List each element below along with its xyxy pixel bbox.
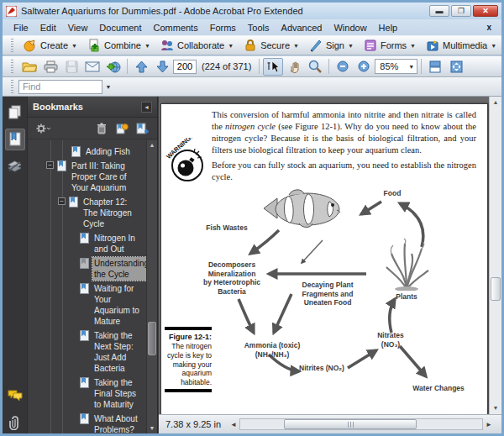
pen-icon: [309, 39, 323, 52]
menu-help[interactable]: Help: [373, 21, 404, 34]
paperclip-icon: [9, 416, 21, 430]
bookmarks-panel-button[interactable]: [5, 129, 25, 150]
comments-panel-button[interactable]: [5, 385, 25, 407]
bookmark-item-adding-fish[interactable]: Adding Fish: [28, 145, 145, 158]
pdf-page: This conversion of harmful ammonia into …: [160, 103, 488, 414]
scrolling-mode-button[interactable]: [425, 58, 445, 76]
set-destination-button[interactable]: [113, 120, 130, 137]
fullscreen-button[interactable]: [446, 58, 466, 76]
secure-button[interactable]: Secure▼: [239, 37, 304, 54]
collaborate-button[interactable]: Collaborate▼: [155, 37, 239, 54]
previous-page-button[interactable]: [131, 58, 151, 76]
chevron-down-icon: ▼: [144, 43, 150, 49]
bookmark-item-waiting-for-your-aquarium[interactable]: Waiting for Your Aquarium to Mature: [28, 282, 145, 328]
magnifier-icon: [308, 60, 322, 73]
chevron-down-icon: ▼: [71, 43, 77, 49]
scrollbar-thumb[interactable]: [491, 277, 501, 301]
menu-tools[interactable]: Tools: [242, 21, 276, 34]
find-input[interactable]: [18, 80, 102, 94]
envelope-icon: [85, 61, 100, 72]
menu-view[interactable]: View: [62, 21, 94, 34]
title-bar[interactable]: Saltwater Aquariums for Dummies.pdf - Ad…: [3, 3, 501, 19]
bookmark-item-chapter-12[interactable]: − Chapter 12: The Nitrogen Cycle: [28, 196, 145, 230]
find-options-dropdown[interactable]: ▼: [102, 80, 114, 94]
chevron-down-icon: ▼: [293, 43, 299, 49]
open-button[interactable]: [19, 58, 39, 76]
page-number-input[interactable]: [173, 60, 197, 74]
layers-panel-button[interactable]: [5, 155, 25, 177]
toolbar-grip[interactable]: [11, 60, 13, 73]
save-icon: [66, 60, 78, 73]
collapse-expander-icon[interactable]: −: [58, 197, 66, 205]
delete-bookmark-button[interactable]: [93, 120, 110, 137]
bookmarks-panel-header: Bookmarks ◂: [28, 97, 157, 118]
bookmark-item-what-about-problems[interactable]: What About Problems?: [28, 412, 145, 433]
collapse-panel-button[interactable]: ◂: [141, 102, 152, 113]
pages-panel-button[interactable]: [5, 102, 25, 123]
select-tool-button[interactable]: [263, 58, 283, 76]
close-button[interactable]: ✕: [473, 5, 498, 17]
menu-forms[interactable]: Forms: [204, 21, 242, 34]
multimedia-button[interactable]: Multimedia▼: [421, 37, 501, 54]
scroll-up-arrow[interactable]: ▲: [490, 97, 501, 108]
horizontal-scrollbar[interactable]: ◄ ►: [228, 418, 495, 431]
bookmarks-scrollbar[interactable]: ▲ ▼: [146, 140, 157, 433]
bookmark-item-understanding-the-cycle[interactable]: Understanding the Cycle: [28, 257, 145, 281]
scroll-right-arrow[interactable]: ►: [483, 421, 495, 428]
scrollbar-thumb[interactable]: [284, 419, 417, 429]
chevron-down-icon: ▼: [228, 43, 234, 49]
zoom-in-button[interactable]: [354, 58, 374, 76]
hand-icon: [288, 60, 301, 73]
document-close-x[interactable]: x: [481, 23, 496, 32]
scroll-left-arrow[interactable]: ◄: [228, 421, 239, 428]
bookmark-page-icon: [80, 377, 89, 388]
zoom-level-combo[interactable]: 85% ▼: [375, 59, 417, 74]
gear-icon: [36, 123, 50, 134]
diagram-label-decaying: Decaying Plant Fragments and Uneaten Foo…: [287, 281, 368, 307]
menu-document[interactable]: Document: [93, 21, 147, 34]
marquee-zoom-button[interactable]: [305, 58, 325, 76]
menu-window[interactable]: Window: [328, 21, 372, 34]
status-bar: 7.38 x 9.25 in ◄ ►: [159, 414, 501, 433]
vertical-scrollbar[interactable]: ▲ ▼: [489, 97, 501, 414]
menu-comments[interactable]: Comments: [148, 21, 204, 34]
menu-bar: File Edit View Document Comments Forms T…: [3, 19, 501, 35]
pdf-app-icon: [6, 6, 17, 17]
menu-file[interactable]: File: [8, 21, 34, 34]
save-button[interactable]: [61, 58, 81, 76]
print-button[interactable]: [40, 58, 60, 76]
email-button[interactable]: [82, 58, 102, 76]
bookmark-item-taking-the-next-step[interactable]: Taking the Next Step: Just Add Bacteria: [28, 329, 145, 375]
scroll-down-arrow[interactable]: ▼: [147, 423, 157, 433]
upload-document-button[interactable]: [103, 58, 123, 76]
bookmark-options-button[interactable]: [34, 120, 51, 137]
bookmark-item-part-iii[interactable]: − Part III: Taking Proper Care of Your A…: [28, 160, 145, 194]
zoom-out-button[interactable]: [333, 58, 353, 76]
scroll-up-arrow[interactable]: ▲: [147, 140, 157, 150]
scrollbar-thumb[interactable]: [148, 322, 156, 355]
menu-advanced[interactable]: Advanced: [276, 21, 328, 34]
hand-tool-button[interactable]: [284, 58, 304, 76]
minimize-button[interactable]: ▬: [429, 5, 449, 17]
collapse-expander-icon[interactable]: −: [46, 161, 54, 169]
chevron-down-icon[interactable]: ▼: [406, 60, 417, 73]
layers-icon: [8, 160, 22, 172]
bookmark-item-taking-the-final-steps[interactable]: Taking the Final Steps to Maturity: [28, 376, 145, 411]
collaborate-icon: [160, 39, 174, 52]
sign-button[interactable]: Sign▼: [304, 37, 359, 54]
combine-button[interactable]: Combine▼: [82, 37, 155, 54]
scroll-down-arrow[interactable]: ▼: [490, 402, 501, 414]
bookmark-item-nitrogen-in-and-out[interactable]: Nitrogen In and Out: [28, 232, 145, 255]
forms-button[interactable]: Forms▼: [359, 37, 421, 54]
bookmarks-tree: Adding Fish − Part III: Taking Proper Ca…: [28, 140, 157, 433]
restore-button[interactable]: ❐: [451, 5, 471, 17]
next-page-button[interactable]: [152, 58, 172, 76]
new-bookmark-button[interactable]: [134, 120, 150, 137]
scrollbar-track[interactable]: [239, 418, 483, 430]
toolbar-grip[interactable]: [11, 80, 13, 93]
toolbar-grip[interactable]: [11, 39, 13, 52]
page-count-label: (224 of 371): [197, 61, 255, 71]
create-button[interactable]: Create▼: [18, 37, 82, 54]
attachments-panel-button[interactable]: [5, 412, 25, 433]
menu-edit[interactable]: Edit: [34, 21, 62, 34]
